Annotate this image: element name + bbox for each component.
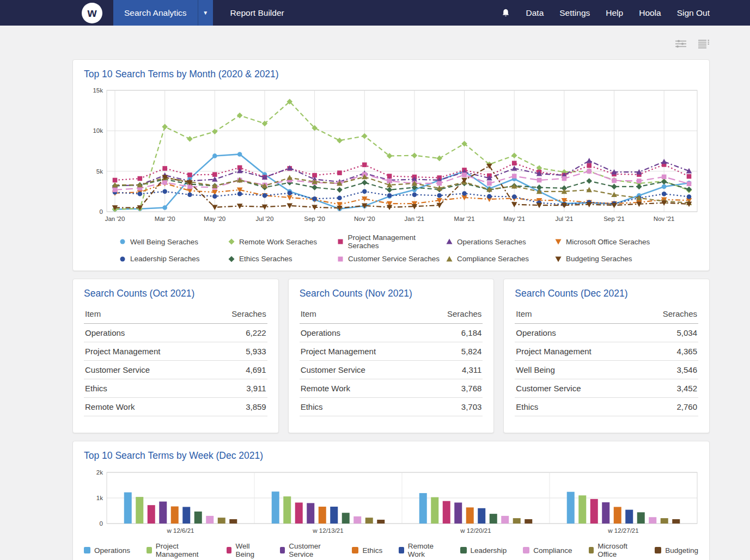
- sliders-icon[interactable]: [675, 39, 687, 51]
- notifications-bell-icon[interactable]: [501, 8, 510, 18]
- svg-text:0: 0: [100, 520, 103, 527]
- legend-label: Customer Service: [289, 542, 336, 558]
- app-logo[interactable]: w: [82, 3, 102, 23]
- legend-item-well-being[interactable]: Well Being: [227, 542, 264, 558]
- legend-swatch-icon: [147, 547, 152, 553]
- svg-text:0: 0: [100, 208, 103, 215]
- table-row: Operations5,034: [515, 324, 698, 342]
- table-row: Ethics2,760: [515, 398, 698, 416]
- legend-item-project-management-seraches[interactable]: Project Management Seraches: [337, 233, 446, 250]
- legend-item-operations-seraches[interactable]: Operations Seraches: [446, 233, 554, 250]
- item-cell: Project Management: [300, 342, 424, 361]
- svg-text:May '20: May '20: [204, 216, 225, 222]
- svg-text:15k: 15k: [93, 87, 103, 94]
- legend-item-ethics[interactable]: Ethics: [352, 542, 382, 558]
- legend-item-project-management[interactable]: Project Management: [147, 542, 210, 558]
- chevron-down-icon[interactable]: ▼: [198, 0, 213, 26]
- legend-label: Well Being Seraches: [130, 238, 198, 246]
- legend-item-customer-service[interactable]: Customer Service: [280, 542, 336, 558]
- column-header-seraches: Seraches: [424, 305, 483, 324]
- nav-item-data[interactable]: Data: [526, 8, 544, 18]
- svg-text:w 12/27/21: w 12/27/21: [607, 527, 638, 534]
- legend-item-remote-work-seraches[interactable]: Remote Work Seraches: [228, 233, 337, 250]
- table-row: Customer Service3,452: [515, 379, 698, 398]
- legend-label: Compliance Seraches: [457, 255, 529, 263]
- legend-label: Ethics: [362, 546, 382, 555]
- legend-swatch-icon: [352, 547, 358, 553]
- legend-label: Project Management Seraches: [348, 233, 446, 250]
- search-counts-table-oct: Item Seraches Operations6,222Project Man…: [84, 305, 267, 416]
- legend-item-budgeting-seraches[interactable]: Budgeting Seraches: [554, 255, 663, 263]
- legend-item-microsoft-office[interactable]: Microsoft Office: [589, 542, 639, 558]
- table-card-nov: Search Counts (Nov 2021) Item Seraches O…: [288, 279, 495, 433]
- svg-text:Mar '21: Mar '21: [454, 216, 475, 222]
- legend-marker-icon: [337, 238, 344, 245]
- seraches-cell: 3,546: [639, 361, 698, 379]
- tab-search-analytics-label[interactable]: Search Analytics: [113, 0, 198, 26]
- table-title-dec: Search Counts (Dec 2021): [515, 288, 698, 299]
- legend-item-budgeting[interactable]: Budgeting: [655, 542, 698, 558]
- legend-label: Ethics Seraches: [239, 255, 292, 263]
- column-header-item: Item: [515, 305, 639, 324]
- legend-swatch-icon: [84, 547, 90, 553]
- item-cell: Ethics: [84, 379, 209, 398]
- search-counts-table-nov: Item Seraches Operations6,184Project Man…: [300, 305, 483, 416]
- legend-marker-icon: [119, 255, 126, 263]
- list-icon[interactable]: [698, 39, 710, 51]
- table-row: Project Management5,824: [300, 342, 483, 361]
- legend-label: Budgeting: [665, 546, 698, 555]
- legend-item-compliance[interactable]: Compliance: [523, 542, 572, 558]
- seraches-cell: 3,452: [639, 379, 698, 398]
- legend-label: Budgeting Seraches: [566, 255, 632, 263]
- legend-item-well-being-seraches[interactable]: Well Being Seraches: [119, 233, 228, 250]
- column-header-seraches: Seraches: [209, 305, 267, 324]
- table-row: Ethics3,911: [84, 379, 267, 398]
- legend-label: Remote Work Seraches: [239, 238, 317, 246]
- monthly-line-chart: 05k10k15kJan '20Mar '20May '20Jul '20Sep…: [84, 85, 698, 230]
- legend-item-leadership[interactable]: Leadership: [460, 542, 507, 558]
- legend-item-ethics-seraches[interactable]: Ethics Seraches: [228, 255, 337, 263]
- table-row: Remote Work3,768: [300, 379, 483, 398]
- nav-item-settings[interactable]: Settings: [559, 8, 590, 18]
- table-title-nov: Search Counts (Nov 2021): [300, 288, 483, 299]
- legend-swatch-icon: [399, 547, 404, 553]
- table-row: Project Management4,365: [515, 342, 698, 361]
- nav-item-help[interactable]: Help: [606, 8, 623, 18]
- legend-item-compliance-seraches[interactable]: Compliance Seraches: [446, 255, 554, 263]
- svg-text:Sep '20: Sep '20: [304, 216, 325, 222]
- svg-text:2k: 2k: [96, 469, 103, 476]
- item-cell: Ethics: [515, 398, 639, 416]
- svg-text:Mar '20: Mar '20: [155, 216, 175, 222]
- seraches-cell: 5,034: [639, 324, 698, 342]
- legend-marker-icon: [119, 238, 126, 245]
- nav-item-sign-out[interactable]: Sign Out: [677, 8, 710, 18]
- legend-item-operations[interactable]: Operations: [84, 542, 130, 558]
- legend-label: Microsoft Office: [597, 542, 638, 558]
- legend-marker-icon: [228, 255, 235, 263]
- item-cell: Project Management: [515, 342, 639, 361]
- dashboard-content: Top 10 Search Terms by Month (2020 & 202…: [72, 26, 710, 560]
- legend-swatch-icon: [655, 547, 661, 553]
- legend-item-microsoft-office-seraches[interactable]: Microsoft Office Seraches: [554, 233, 663, 250]
- legend-label: Customer Service Seraches: [348, 255, 440, 263]
- legend-item-customer-service-seraches[interactable]: Customer Service Seraches: [337, 255, 446, 263]
- legend-item-leadership-seraches[interactable]: Leadership Seraches: [119, 255, 228, 263]
- legend-swatch-icon: [589, 547, 594, 553]
- view-toggle-bar: [72, 26, 710, 59]
- item-cell: Customer Service: [300, 361, 424, 379]
- legend-item-remote-work[interactable]: Remote Work: [399, 542, 443, 558]
- svg-text:Jul '21: Jul '21: [555, 216, 573, 222]
- weekly-chart-legend: OperationsProject ManagementWell BeingCu…: [84, 539, 698, 559]
- table-row: Customer Service4,691: [84, 361, 267, 379]
- svg-text:1k: 1k: [96, 495, 103, 501]
- table-card-oct: Search Counts (Oct 2021) Item Seraches O…: [72, 279, 279, 433]
- table-title-oct: Search Counts (Oct 2021): [84, 288, 267, 299]
- legend-swatch-icon: [523, 547, 529, 553]
- tab-report-builder-label[interactable]: Report Builder: [219, 0, 295, 26]
- legend-label: Well Being: [235, 542, 263, 558]
- item-cell: Well Being: [515, 361, 639, 379]
- seraches-cell: 2,760: [639, 398, 698, 416]
- nav-item-hoola[interactable]: Hoola: [639, 8, 661, 18]
- table-row: Customer Service4,311: [300, 361, 483, 379]
- legend-swatch-icon: [280, 547, 285, 553]
